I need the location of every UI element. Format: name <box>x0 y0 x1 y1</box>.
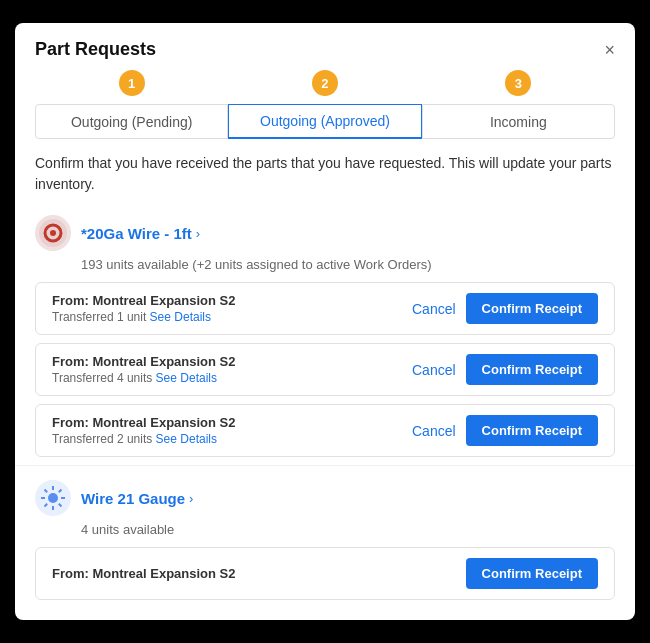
close-button[interactable]: × <box>604 41 615 59</box>
modal-title: Part Requests <box>35 39 156 60</box>
step-3-wrap: 3 <box>422 70 615 96</box>
tab-outgoing-pending[interactable]: Outgoing (Pending) <box>35 104 228 139</box>
see-details-link-1[interactable]: See Details <box>150 310 211 324</box>
part-header-wire-21gauge: Wire 21 Gauge › <box>35 480 615 516</box>
confirm-receipt-button-3[interactable]: Confirm Receipt <box>466 415 598 446</box>
transfer-from-wire21-1: From: Montreal Expansion S2 <box>52 566 466 581</box>
part-name-wire-20ga[interactable]: *20Ga Wire - 1ft › <box>81 225 200 242</box>
part-availability-wire-20ga: 193 units available (+2 units assigned t… <box>81 257 615 272</box>
step-indicators: 1 2 3 <box>35 60 615 96</box>
transfer-info-3: From: Montreal Expansion S2 Transferred … <box>52 415 412 446</box>
step-1-wrap: 1 <box>35 70 228 96</box>
svg-point-2 <box>50 230 56 236</box>
step-3-circle: 3 <box>505 70 531 96</box>
transfer-actions-wire21-1: Confirm Receipt <box>466 558 598 589</box>
part-chevron-wire: › <box>196 226 200 241</box>
transfer-card-2: From: Montreal Expansion S2 Transferred … <box>35 343 615 396</box>
part-section-wire-21gauge: Wire 21 Gauge › 4 units available From: … <box>15 465 635 600</box>
confirm-receipt-button-2[interactable]: Confirm Receipt <box>466 354 598 385</box>
confirm-receipt-button-1[interactable]: Confirm Receipt <box>466 293 598 324</box>
transfer-units-3: Transferred 2 units See Details <box>52 432 412 446</box>
transfer-info-2: From: Montreal Expansion S2 Transferred … <box>52 354 412 385</box>
modal-body: Confirm that you have received the parts… <box>15 139 635 620</box>
part-header-wire-20ga: *20Ga Wire - 1ft › <box>35 215 615 251</box>
step-1-circle: 1 <box>119 70 145 96</box>
transfer-from-2: From: Montreal Expansion S2 <box>52 354 412 369</box>
see-details-link-2[interactable]: See Details <box>156 371 217 385</box>
tab-incoming[interactable]: Incoming <box>422 104 615 139</box>
transfer-card-3: From: Montreal Expansion S2 Transferred … <box>35 404 615 457</box>
wire-icon <box>37 217 69 249</box>
transfer-actions-2: Cancel Confirm Receipt <box>412 354 598 385</box>
modal-header: Part Requests × <box>15 23 635 60</box>
transfer-info-wire21-1: From: Montreal Expansion S2 <box>52 566 466 581</box>
transfer-from-3: From: Montreal Expansion S2 <box>52 415 412 430</box>
gear-icon <box>39 484 67 512</box>
transfer-from-1: From: Montreal Expansion S2 <box>52 293 412 308</box>
tabs-container: Outgoing (Pending) Outgoing (Approved) I… <box>35 96 615 139</box>
cancel-button-3[interactable]: Cancel <box>412 423 456 439</box>
part-chevron-wire21: › <box>189 491 193 506</box>
transfer-actions-3: Cancel Confirm Receipt <box>412 415 598 446</box>
part-name-wire-21gauge[interactable]: Wire 21 Gauge › <box>81 490 193 507</box>
see-details-link-3[interactable]: See Details <box>156 432 217 446</box>
part-availability-wire-21gauge: 4 units available <box>81 522 615 537</box>
part-section-wire-20ga: *20Ga Wire - 1ft › 193 units available (… <box>15 205 635 457</box>
transfer-units-2: Transferred 4 units See Details <box>52 371 412 385</box>
transfer-actions-1: Cancel Confirm Receipt <box>412 293 598 324</box>
transfer-card-1: From: Montreal Expansion S2 Transferred … <box>35 282 615 335</box>
cancel-button-2[interactable]: Cancel <box>412 362 456 378</box>
part-icon-wire <box>35 215 71 251</box>
svg-point-4 <box>48 493 58 503</box>
cancel-button-1[interactable]: Cancel <box>412 301 456 317</box>
confirm-receipt-button-wire21-1[interactable]: Confirm Receipt <box>466 558 598 589</box>
transfer-card-wire21-1: From: Montreal Expansion S2 Confirm Rece… <box>35 547 615 600</box>
step-2-circle: 2 <box>312 70 338 96</box>
part-requests-modal: Part Requests × 1 2 3 Outgoing <box>15 23 635 620</box>
step-2-wrap: 2 <box>228 70 421 96</box>
tab-outgoing-approved[interactable]: Outgoing (Approved) <box>228 104 421 139</box>
description-text: Confirm that you have received the parts… <box>15 139 635 205</box>
part-icon-gear <box>35 480 71 516</box>
transfer-info-1: From: Montreal Expansion S2 Transferred … <box>52 293 412 324</box>
transfer-units-1: Transferred 1 unit See Details <box>52 310 412 324</box>
